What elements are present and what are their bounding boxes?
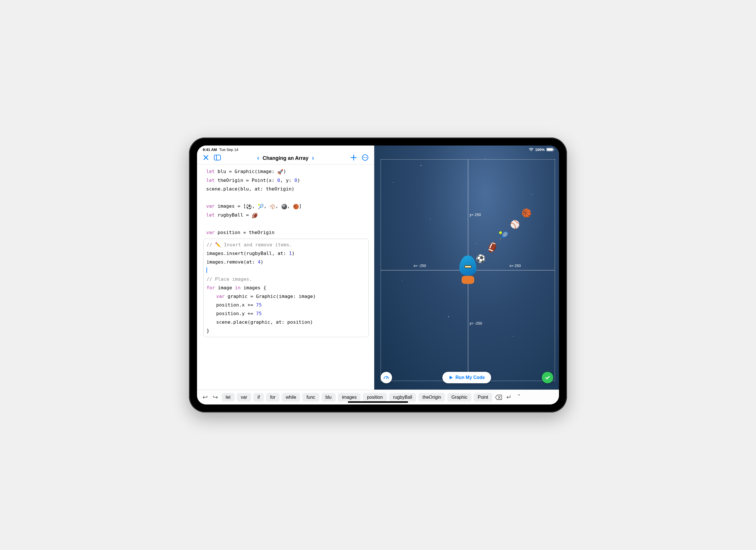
shortcut-while[interactable]: while xyxy=(282,393,300,402)
axis-label-y-pos: y= 250 xyxy=(470,212,481,217)
screen: 9:41 AM Tue Sep 14 100% xyxy=(197,145,559,405)
shortcut-blu[interactable]: blu xyxy=(322,393,336,402)
battery-icon xyxy=(546,148,553,151)
svg-point-3 xyxy=(363,157,364,158)
redo-button[interactable]: ↪︎ xyxy=(211,393,219,401)
page-title-group: ‹ Changing an Array › xyxy=(256,155,315,161)
status-time: 9:41 AM xyxy=(203,147,217,152)
more-button[interactable] xyxy=(361,154,369,161)
checkmark-icon xyxy=(544,375,551,381)
status-date: Tue Sep 14 xyxy=(219,147,238,152)
soccer-ball-icon xyxy=(477,254,485,263)
home-indicator xyxy=(348,401,408,403)
shortcut-if[interactable]: if xyxy=(253,393,264,402)
next-page-button[interactable]: › xyxy=(311,155,315,161)
shortcut-Point[interactable]: Point xyxy=(474,393,492,402)
ipad-device: 9:41 AM Tue Sep 14 100% xyxy=(189,137,567,413)
text-caret xyxy=(206,267,207,273)
blu-emoji-icon: 🚀 xyxy=(277,169,283,175)
delete-button[interactable] xyxy=(495,393,503,401)
run-code-button[interactable]: Run My Code xyxy=(442,372,491,383)
axis-label-x-neg: x= -250 xyxy=(414,263,426,268)
blu-character xyxy=(458,255,478,280)
keyboard-toggle-button[interactable]: ˄ xyxy=(515,393,523,401)
success-indicator[interactable] xyxy=(542,372,553,383)
return-button[interactable]: ↵ xyxy=(505,393,513,401)
play-icon xyxy=(449,375,453,380)
baseball-icon xyxy=(511,220,519,228)
code-editor[interactable]: let blu = Graphic(image: 🚀) let theOrigi… xyxy=(197,164,374,390)
shortcut-theOrigin[interactable]: theOrigin xyxy=(418,393,445,402)
page-title: Changing an Array xyxy=(263,155,308,161)
speed-button[interactable] xyxy=(381,372,392,383)
close-button[interactable] xyxy=(202,154,210,161)
battery-percent: 100% xyxy=(535,147,545,152)
status-bar: 9:41 AM Tue Sep 14 100% xyxy=(197,146,559,153)
svg-point-4 xyxy=(365,157,366,158)
shortcut-position[interactable]: position xyxy=(363,393,387,402)
svg-rect-0 xyxy=(214,155,221,160)
shortcut-var[interactable]: var xyxy=(237,393,251,402)
svg-point-5 xyxy=(366,157,367,158)
add-button[interactable] xyxy=(350,154,357,161)
svg-line-6 xyxy=(386,377,387,379)
wifi-icon xyxy=(529,148,533,151)
football-icon xyxy=(488,243,497,251)
basketball-icon xyxy=(522,208,531,217)
editable-code-block[interactable]: // ✏️ Insert and remove items. images.in… xyxy=(203,238,369,337)
shortcut-rugbyBall[interactable]: rugbyBall xyxy=(389,393,416,402)
sidebar-toggle-button[interactable] xyxy=(214,154,221,161)
undo-button[interactable]: ↩︎ xyxy=(201,393,209,401)
axis-label-x-pos: x= 250 xyxy=(509,263,521,268)
prev-page-button[interactable]: ‹ xyxy=(256,155,260,161)
scene-frame: y= 250 y= -250 x= -250 x= 250 xyxy=(381,159,555,381)
shortcut-let[interactable]: let xyxy=(222,393,235,402)
tennis-ball-icon xyxy=(499,231,508,240)
code-pane: ‹ Changing an Array › let blu = Graphic(… xyxy=(197,145,374,390)
shortcut-Graphic[interactable]: Graphic xyxy=(447,393,471,402)
shortcut-func[interactable]: func xyxy=(302,393,319,402)
live-view: y= 250 y= -250 x= -250 x= 250 xyxy=(374,145,559,390)
run-code-label: Run My Code xyxy=(456,375,485,380)
shortcut-images[interactable]: images xyxy=(338,393,361,402)
shortcut-for[interactable]: for xyxy=(266,393,279,402)
axis-label-y-neg: y= -250 xyxy=(470,321,482,326)
